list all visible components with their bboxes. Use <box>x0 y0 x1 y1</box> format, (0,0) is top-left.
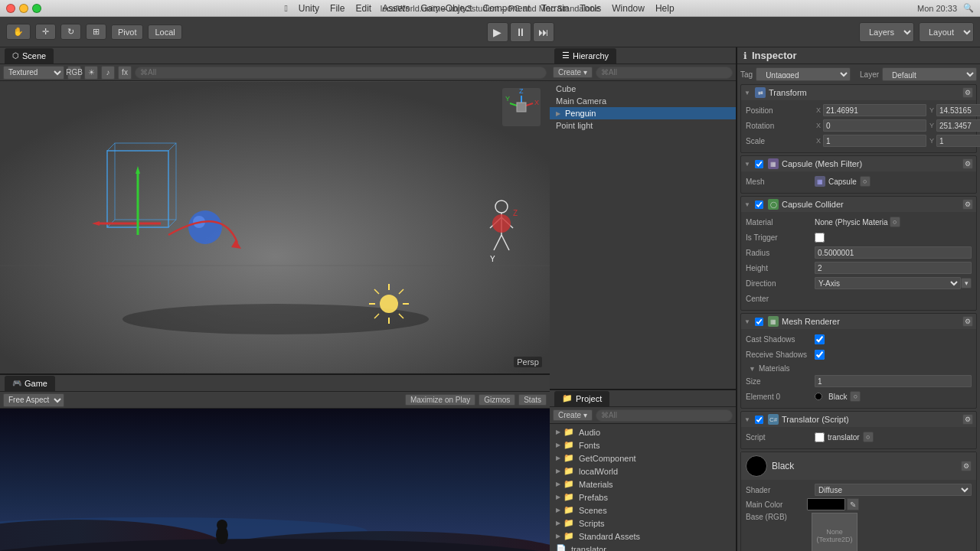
project-item-fonts[interactable]: 📁Fonts <box>550 439 736 452</box>
translator-header[interactable]: ▼ C# Translator (Script) ⚙ <box>741 412 976 427</box>
is-trigger-checkbox[interactable] <box>815 233 825 243</box>
shading-dropdown[interactable]: Textured <box>3 66 64 80</box>
capsule-collider-header[interactable]: ▼ ◯ Capsule Collider ⚙ <box>741 197 976 212</box>
project-tab[interactable]: 📁 Project <box>554 391 609 406</box>
scene-light-btn[interactable]: ☀ <box>84 66 98 80</box>
menu-help[interactable]: Help <box>655 3 675 14</box>
radius-input[interactable] <box>815 246 972 259</box>
menu-window[interactable]: Window <box>612 3 645 14</box>
capsule-collider-checkbox[interactable] <box>755 201 763 209</box>
scene-fx-btn[interactable]: fx <box>118 66 132 80</box>
receive-shadows-checkbox[interactable] <box>815 350 825 360</box>
direction-expand-btn[interactable]: ▾ <box>961 278 972 289</box>
transform-header[interactable]: ▼ ⇄ Transform ⚙ <box>741 85 976 100</box>
material-select-btn[interactable]: ○ <box>890 217 900 227</box>
mesh-renderer-header[interactable]: ▼ ▦ Mesh Renderer ⚙ <box>741 314 976 329</box>
layout-dropdown[interactable]: Layout <box>919 22 974 42</box>
color-edit-btn[interactable]: ✎ <box>847 498 859 510</box>
layers-dropdown[interactable]: Layers <box>859 22 914 42</box>
aspect-dropdown[interactable]: Free Aspect <box>3 393 64 407</box>
height-input[interactable] <box>815 262 972 274</box>
material-header[interactable]: Black ⚙ <box>741 452 976 480</box>
main-color-row: Main Color ✎ <box>746 498 972 510</box>
mesh-renderer-checkbox[interactable] <box>755 318 763 326</box>
mesh-select-btn[interactable]: ○ <box>860 176 871 187</box>
project-item-getcomponent[interactable]: 📁GetComponent <box>550 452 736 465</box>
game-canvas[interactable] <box>0 409 550 551</box>
project-item-prefabs[interactable]: 📁Prefabs <box>550 491 736 504</box>
pause-btn[interactable]: ⏸ <box>510 22 531 42</box>
scene-canvas[interactable]: Y Z X Y Z <box>0 81 550 373</box>
rotate-tool[interactable]: ↻ <box>60 24 81 40</box>
scene-rgb-btn[interactable]: RGB <box>67 66 81 80</box>
project-item-scripts[interactable]: 📁Scripts <box>550 517 736 530</box>
direction-select[interactable]: Y-Axis <box>815 277 961 289</box>
project-search[interactable] <box>596 409 733 422</box>
menu-edit[interactable]: Edit <box>355 3 371 14</box>
capsule-collider-settings-btn[interactable]: ⚙ <box>962 199 973 210</box>
scale-x-input[interactable] <box>823 135 926 147</box>
hierarchy-item-point-light[interactable]: Point light <box>550 119 736 132</box>
minimize-btn[interactable] <box>19 4 28 13</box>
project-create-btn[interactable]: Create ▾ <box>553 409 593 421</box>
main-color-swatch[interactable] <box>807 498 845 510</box>
mesh-renderer-settings-btn[interactable]: ⚙ <box>962 316 973 327</box>
project-item-translator[interactable]: 📄translator <box>550 543 736 551</box>
hand-tool[interactable]: ✋ <box>6 24 31 40</box>
pos-x-input[interactable] <box>823 104 926 116</box>
translator-settings-btn[interactable]: ⚙ <box>962 414 973 425</box>
tag-dropdown[interactable]: Untagged <box>756 67 851 81</box>
mesh-filter-header[interactable]: ▼ ▦ Capsule (Mesh Filter) ⚙ <box>741 156 976 171</box>
material-settings-btn[interactable]: ⚙ <box>961 461 972 471</box>
search-icon[interactable]: 🔍 <box>963 3 974 13</box>
scene-audio-btn[interactable]: ♪ <box>101 66 115 80</box>
maximize-on-play-btn[interactable]: Maximize on Play <box>405 394 475 406</box>
project-item-scenes[interactable]: 📁Scenes <box>550 504 736 517</box>
translator-checkbox[interactable] <box>755 416 763 424</box>
play-btn[interactable]: ▶ <box>487 22 508 42</box>
project-item-materials[interactable]: 📁Materials <box>550 478 736 491</box>
rot-y-input[interactable] <box>936 119 980 132</box>
element0-select-btn[interactable]: ○ <box>850 391 861 402</box>
mesh-filter-checkbox[interactable] <box>755 160 763 168</box>
cast-shadows-checkbox[interactable] <box>815 334 825 344</box>
project-item-localworld[interactable]: 📁localWorld <box>550 465 736 478</box>
hierarchy-tab[interactable]: ☰ Hierarchy <box>554 48 616 64</box>
rot-x-input[interactable] <box>823 119 926 132</box>
hierarchy-item-cube[interactable]: Cube <box>550 83 736 95</box>
local-btn[interactable]: Local <box>148 24 181 40</box>
hierarchy-create-btn[interactable]: Create ▾ <box>553 67 593 78</box>
hierarchy-search[interactable] <box>596 67 733 79</box>
pivot-btn[interactable]: Pivot <box>111 24 143 40</box>
menu-unity[interactable]: Unity <box>299 3 319 14</box>
scale-tool[interactable]: ⊞ <box>86 24 106 40</box>
hierarchy-item-main-camera[interactable]: Main Camera <box>550 95 736 107</box>
menu-file[interactable]: File <box>330 3 345 14</box>
pos-y-input[interactable] <box>936 104 980 116</box>
texture-preview[interactable]: None (Texture2D) <box>812 513 858 551</box>
shader-dropdown[interactable]: Diffuse <box>815 484 972 496</box>
mesh-filter-arrow: ▼ <box>744 161 752 168</box>
transform-settings-btn[interactable]: ⚙ <box>962 87 973 98</box>
layer-dropdown[interactable]: Default <box>882 67 977 81</box>
left-panel: ⬡ Scene Textured RGB ☀ ♪ fx <box>0 47 550 551</box>
step-btn[interactable]: ⏭ <box>533 22 554 42</box>
materials-size-input[interactable] <box>815 375 972 387</box>
project-item-audio[interactable]: 📁Audio <box>550 425 736 439</box>
hierarchy-item-penguin[interactable]: Penguin <box>550 107 736 119</box>
stats-btn[interactable]: Stats <box>518 394 547 406</box>
materials-header[interactable]: ▼ Materials <box>746 363 972 374</box>
scale-y-input[interactable] <box>936 135 980 147</box>
move-tool[interactable]: ✛ <box>35 24 56 40</box>
maximize-btn[interactable] <box>32 4 41 13</box>
game-tab[interactable]: 🎮 Game <box>5 376 55 391</box>
mesh-filter-settings-btn[interactable]: ⚙ <box>962 158 973 169</box>
close-btn[interactable] <box>6 4 15 13</box>
scene-tab[interactable]: ⬡ Scene <box>5 48 54 64</box>
menu-apple[interactable]:  <box>284 3 287 14</box>
script-select-btn[interactable]: ○ <box>863 432 874 442</box>
project-item-standard-assets[interactable]: 📁Standard Assets <box>550 530 736 543</box>
script-checkbox[interactable] <box>815 432 825 442</box>
gizmos-btn[interactable]: Gizmos <box>479 394 515 406</box>
scene-search[interactable] <box>135 67 547 79</box>
